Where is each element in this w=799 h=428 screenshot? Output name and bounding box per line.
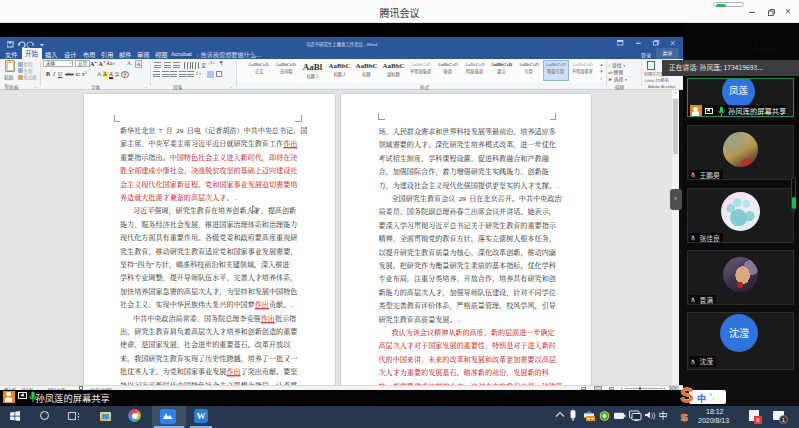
svg-text:S: S bbox=[680, 385, 693, 406]
svg-text:s: s bbox=[680, 410, 687, 423]
